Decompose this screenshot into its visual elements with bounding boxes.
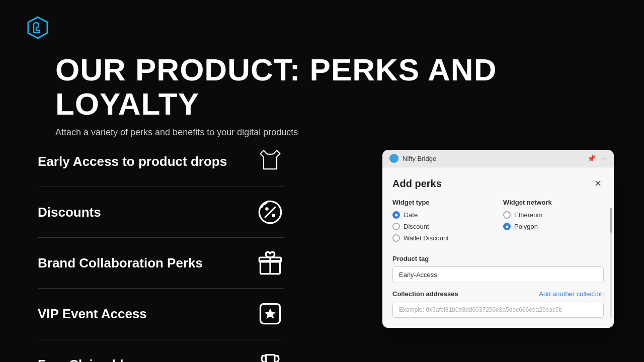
radio-polygon-circle: [503, 223, 511, 230]
product-tag-input[interactable]: [392, 266, 604, 283]
radio-polygon-label: Polygon: [514, 223, 538, 230]
radio-ethereum[interactable]: Ethereum: [503, 211, 604, 219]
svg-point-4: [272, 214, 275, 217]
widget-panel: Nifty Bridge 📌 ··· Add perks ✕ Widget ty…: [382, 150, 614, 328]
widget-network-col: Widget network Ethereum Polygon: [503, 199, 604, 246]
perk-item-vip-event[interactable]: VIP Event Access: [38, 288, 284, 339]
perk-item-discounts[interactable]: Discounts: [38, 187, 284, 237]
pin-icon: 📌: [587, 154, 596, 162]
perk-item-brand-collab[interactable]: Brand Collaboration Perks: [38, 237, 284, 288]
radio-discount[interactable]: Discount: [392, 223, 493, 230]
widget-titlebar-right: 📌 ···: [587, 154, 607, 162]
perk-label-discounts: Discounts: [38, 205, 101, 220]
widget-type-col: Widget type Gate Discount Wallet Discoun…: [392, 199, 493, 246]
heading-area: OUR PRODUCT: PERKS AND LOYALTY Attach a …: [55, 53, 589, 138]
radio-ethereum-label: Ethereum: [514, 211, 542, 219]
radio-discount-circle: [392, 223, 400, 230]
widget-network-label: Widget network: [503, 199, 604, 206]
widget-content: Add perks ✕ Widget type Gate Discount Wa…: [382, 167, 614, 328]
discount-icon: [256, 198, 284, 226]
widget-close-button[interactable]: ✕: [592, 177, 604, 190]
radio-gate-circle: [392, 211, 400, 219]
widget-titlebar: Nifty Bridge 📌 ···: [382, 150, 614, 167]
widget-app-name: Nifty Bridge: [403, 155, 436, 162]
radio-gate[interactable]: Gate: [392, 211, 493, 219]
radio-wallet-discount-circle: [392, 234, 400, 242]
trophy-icon: [256, 350, 284, 362]
widget-app-logo: [389, 154, 398, 163]
gift-icon: [256, 249, 284, 277]
radio-wallet-discount[interactable]: Wallet Discount: [392, 234, 493, 242]
scrollbar-track: [610, 208, 612, 318]
radio-ethereum-circle: [503, 211, 511, 219]
radio-gate-label: Gate: [404, 211, 418, 219]
radio-discount-label: Discount: [404, 223, 429, 230]
perk-label-free-claimables: Free Claimables: [38, 357, 138, 363]
radio-wallet-discount-label: Wallet Discount: [404, 234, 449, 242]
widget-titlebar-left: Nifty Bridge: [389, 154, 436, 163]
product-tag-label: Product tag: [392, 255, 604, 262]
logo: [25, 15, 50, 42]
widget-options-row: Widget type Gate Discount Wallet Discoun…: [392, 199, 604, 246]
svg-marker-9: [265, 308, 276, 319]
widget-dialog-title: Add perks: [392, 178, 442, 190]
perk-item-free-claimables[interactable]: Free Claimables: [38, 339, 284, 362]
perk-label-brand-collab: Brand Collaboration Perks: [38, 255, 203, 271]
svg-point-3: [265, 207, 269, 211]
perk-label-vip-event: VIP Event Access: [38, 306, 147, 322]
add-collection-link[interactable]: Add another collection: [539, 290, 604, 298]
widget-type-label: Widget type: [392, 199, 493, 206]
collection-row: Collection addresses Add another collect…: [392, 290, 604, 298]
scrollbar-thumb: [610, 208, 612, 233]
perk-item-early-access[interactable]: Early Access to product drops: [38, 136, 284, 187]
perk-label-early-access: Early Access to product drops: [38, 154, 227, 169]
widget-header-row: Add perks ✕: [392, 177, 604, 190]
tshirt-icon: [256, 147, 284, 175]
page-title: OUR PRODUCT: PERKS AND LOYALTY: [55, 53, 589, 121]
perks-list: Early Access to product drops Discounts …: [38, 136, 284, 362]
collection-input-placeholder[interactable]: Example: 0x5afcf81b0e8dd6037256e8a5dec66…: [392, 302, 604, 318]
radio-polygon[interactable]: Polygon: [503, 223, 604, 230]
star-badge-icon: [256, 300, 284, 328]
collection-label: Collection addresses: [392, 290, 458, 298]
more-icon[interactable]: ···: [601, 154, 607, 162]
